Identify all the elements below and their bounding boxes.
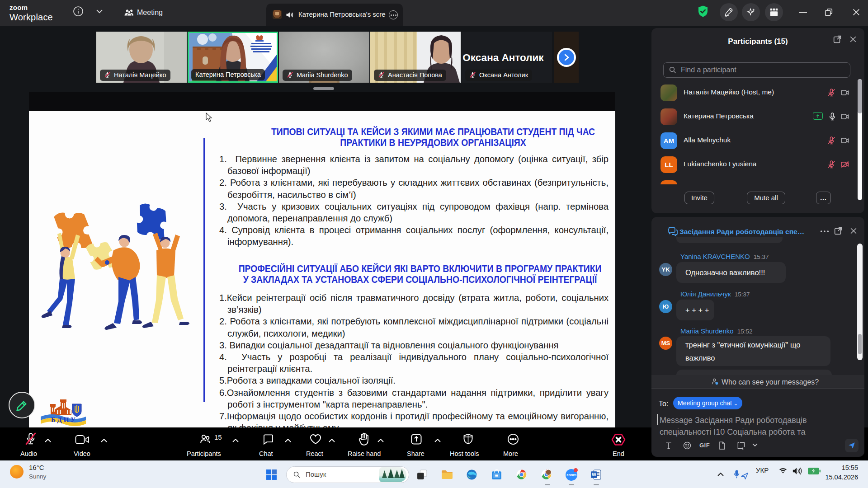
svg-text:Б Д П У: Б Д П У — [51, 416, 75, 423]
svg-text:W: W — [592, 472, 596, 477]
